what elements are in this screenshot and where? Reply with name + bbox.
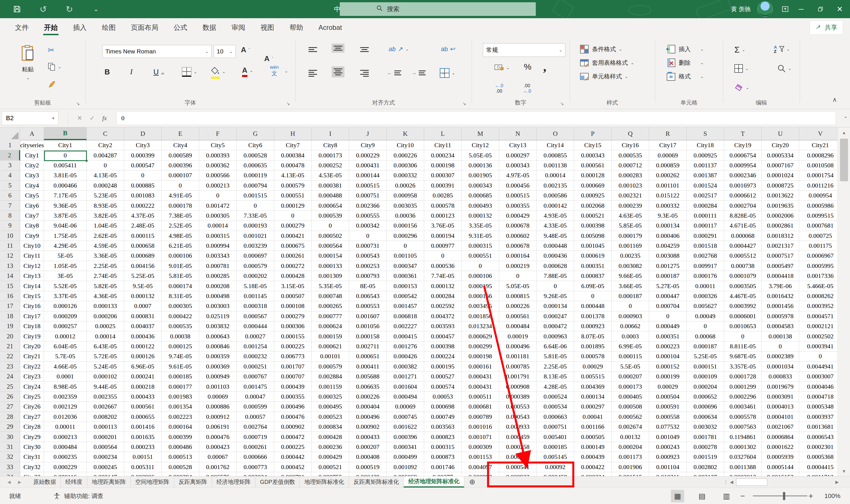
cell-B1[interactable]: City1	[44, 140, 87, 150]
cell-R4[interactable]: 0.000262	[649, 170, 687, 180]
column-header-N[interactable]: N	[499, 127, 537, 140]
cell-V9[interactable]: 0.0007681	[799, 221, 837, 231]
sheet-tab-反距离矩阵标准化[interactable]: 反距离矩阵标准化	[349, 476, 404, 487]
cell-F1[interactable]: City5	[199, 140, 237, 150]
cell-B20[interactable]: 0.00012	[44, 331, 87, 341]
cell-Q20[interactable]: 0.0003	[612, 331, 649, 341]
row-header-9[interactable]: 9	[0, 221, 20, 231]
cell-N30[interactable]: 0.000459	[499, 432, 537, 442]
cell-S13[interactable]: 0.009917	[687, 261, 724, 271]
underline-button[interactable]: U⌄	[153, 68, 164, 76]
cell-L12[interactable]: 0	[424, 251, 462, 261]
cell-E27[interactable]: 0.001354	[162, 402, 199, 412]
cell-M9[interactable]: 3.35E-05	[462, 221, 499, 231]
cell-P22[interactable]: 0.000578	[574, 352, 612, 361]
cell-I8[interactable]: 0.000539	[312, 211, 349, 221]
cell-D22[interactable]: 0.000126	[124, 352, 162, 361]
row-header-16[interactable]: 16	[0, 291, 20, 301]
cell-D16[interactable]: 0.000132	[124, 291, 162, 301]
cell-H28[interactable]: 0.000476	[274, 412, 312, 422]
cell-A10[interactable]: City9	[20, 231, 44, 241]
cell-V25[interactable]: 0.0004046	[799, 381, 837, 392]
cell-J21[interactable]: 0.002711	[349, 342, 387, 352]
cell-N33[interactable]: 0.000541	[499, 462, 537, 472]
cell-O3[interactable]: 0.001138	[537, 161, 574, 170]
cell-V20[interactable]: 0.0002502	[799, 331, 837, 341]
menu-tab-插入[interactable]: 插入	[65, 18, 94, 37]
sheet-tab-经济地理矩阵[interactable]: 经济地理矩阵	[212, 476, 255, 487]
sheet-nav-left-icon[interactable]: ◀	[7, 480, 11, 485]
cell-T21[interactable]: 8.811E-05	[724, 342, 762, 352]
row-header-22[interactable]: 22	[0, 352, 20, 361]
restore-button[interactable]	[813, 0, 828, 18]
cell-L20[interactable]: 0.000457	[424, 331, 462, 341]
cell-H10[interactable]: 0.000421	[274, 231, 312, 241]
font-color-button[interactable]: A⌄	[242, 66, 253, 75]
cell-S29[interactable]: 0.003032	[687, 422, 724, 432]
cell-R24[interactable]: 0.000199	[649, 372, 687, 381]
cell-L8[interactable]: 0.000123	[424, 211, 462, 221]
cell-C1[interactable]: City2	[87, 140, 124, 150]
cell-D20[interactable]: 0.000436	[124, 331, 162, 341]
bold-button[interactable]: B	[105, 68, 110, 76]
cell-F33[interactable]: 0.001762	[199, 462, 237, 472]
cell-P3[interactable]: 0.000561	[574, 161, 612, 170]
cell-M31[interactable]: 0.000309	[462, 442, 499, 452]
cell-U25[interactable]: 0.0019679	[762, 381, 799, 392]
cell-U33[interactable]: 0.0005144	[762, 462, 799, 472]
cell-F24[interactable]: 0.000949	[199, 372, 237, 381]
cell-Q30[interactable]: 0.00132	[612, 432, 649, 442]
cell-M25[interactable]: 0.000431	[462, 381, 499, 392]
cell-C18[interactable]: 0.000206	[87, 311, 124, 321]
cell-D34[interactable]: 0.000906	[124, 472, 162, 476]
cell-N27[interactable]: 0.000553	[499, 402, 537, 412]
cell-J11[interactable]: 0.000731	[349, 241, 387, 251]
cell-T25[interactable]: 0.0001299	[724, 381, 762, 392]
cell-G22[interactable]: 0.000232	[237, 352, 274, 361]
cell-F3[interactable]: 0.000362	[199, 161, 237, 170]
cell-A23[interactable]: City22	[20, 362, 44, 372]
cell-E11[interactable]: 6.21E-05	[162, 241, 199, 251]
scrollbar-splitter[interactable]: ⁞	[725, 479, 727, 486]
column-header-H[interactable]: H	[274, 127, 312, 140]
cell-V11[interactable]: 0.001175	[799, 241, 837, 251]
cell-L2[interactable]: 0.000234	[424, 150, 462, 160]
cell-G11[interactable]: 0.003239	[237, 241, 274, 251]
row-header-6[interactable]: 6	[0, 191, 20, 201]
cell-L33[interactable]: 0.001746	[424, 462, 462, 472]
cell-A13[interactable]: City12	[20, 261, 44, 271]
cell-Q17[interactable]: 0	[612, 301, 649, 311]
cell-T23[interactable]: 3.357E-05	[724, 362, 762, 372]
name-box[interactable]: B2▾	[2, 111, 58, 125]
horizontal-scroll-thumb[interactable]	[736, 479, 767, 486]
cell-S14[interactable]: 0.000176	[687, 271, 724, 281]
cell-I11[interactable]: 0.000564	[312, 241, 349, 251]
cell-P16[interactable]: 0	[574, 291, 612, 301]
cell-J1[interactable]: City9	[349, 140, 387, 150]
row-header-28[interactable]: 28	[0, 412, 20, 422]
cell-N4[interactable]: 4.97E-05	[499, 170, 537, 180]
column-header-F[interactable]: F	[199, 127, 237, 140]
cell-L1[interactable]: City11	[424, 140, 462, 150]
page-break-view-icon[interactable]: ▥	[720, 490, 733, 502]
cell-R13[interactable]: 0.001275	[649, 261, 687, 271]
cell-M14[interactable]: 0.000106	[462, 271, 499, 281]
cell-J30[interactable]: 0.000433	[349, 432, 387, 442]
cell-S18[interactable]: 0.00049	[687, 311, 724, 321]
cell-J13[interactable]: 0.000253	[349, 261, 387, 271]
cell-E34[interactable]: 0.000294	[162, 472, 199, 476]
cell-A9[interactable]: City8	[20, 221, 44, 231]
cell-J10[interactable]: 0	[349, 231, 387, 241]
cell-I5[interactable]: 0.000381	[312, 181, 349, 191]
cell-I20[interactable]: 0.000159	[312, 331, 349, 341]
column-header-O[interactable]: O	[537, 127, 574, 140]
cell-A27[interactable]: City26	[20, 402, 44, 412]
cell-N18[interactable]: 0.000561	[499, 311, 537, 321]
copy-button[interactable]: ⌄	[48, 62, 61, 71]
cell-A3[interactable]: City2	[20, 161, 44, 170]
cell-K33[interactable]: 0.001092	[387, 462, 424, 472]
number-format-select[interactable]: 常规⌄	[483, 43, 565, 57]
zoom-slider[interactable]	[753, 496, 808, 496]
cell-E1[interactable]: City4	[162, 140, 199, 150]
cell-Q32[interactable]: 0.001173	[612, 452, 649, 462]
